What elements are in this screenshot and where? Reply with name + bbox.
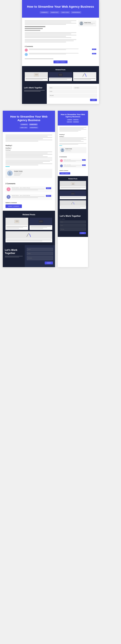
footer-title-tablet: Let's Work Together <box>5 248 23 255</box>
badge-share[interactable]: SHARE POST <box>29 124 38 125</box>
card-title-line <box>25 78 47 79</box>
bio-line <box>14 173 22 174</box>
hero-tablet: How to Streamline Your Web Agency Busine… <box>3 111 55 132</box>
mob-badge-comments[interactable]: COMMENTS <box>67 119 72 120</box>
card-title <box>6 226 27 227</box>
text-line <box>6 158 52 158</box>
related-card[interactable] <box>25 72 48 81</box>
pen-mob <box>71 202 73 204</box>
related-card[interactable] <box>73 72 96 81</box>
badge-comments[interactable]: COMMENTS <box>20 124 28 125</box>
card-line <box>6 227 23 228</box>
text-line <box>25 34 71 34</box>
nav-category[interactable]: #WORDPRESS <box>71 11 81 14</box>
email-mob[interactable] <box>60 224 86 227</box>
related-card[interactable] <box>49 72 72 81</box>
reply-button-2[interactable]: REPLY <box>46 195 51 197</box>
accent-bar <box>6 166 10 167</box>
author-card-tablet: Gurjeet Yuvraj <box>6 169 52 178</box>
text-line <box>59 138 86 138</box>
hero-title-tablet: How to Streamline Your Web Agency Busine… <box>6 115 51 122</box>
mob-badge-share[interactable]: SHARE POST <box>73 119 79 120</box>
card-text-line <box>25 79 43 80</box>
message-input-tab[interactable] <box>27 256 53 260</box>
hero-title: How to Streamline Your Web Agency Busine… <box>26 5 95 9</box>
submit-button[interactable]: SUBMIT <box>90 99 97 101</box>
accent-bar-mob <box>59 146 62 146</box>
heading-text <box>25 26 45 27</box>
card-title-line <box>50 78 71 79</box>
submit-btn-mob[interactable]: SUBMIT COMMENT <box>59 172 70 174</box>
text-line <box>59 138 84 139</box>
submit-mob[interactable]: SUBMIT <box>80 232 86 234</box>
related-title: Related Posts <box>25 69 96 70</box>
text-line <box>59 139 86 140</box>
comments-section: 2 Comments ★ REPLY ★ REPLY SUBMIT COMMEN… <box>22 46 99 66</box>
comment-content <box>29 53 91 55</box>
reply-button[interactable]: REPLY <box>92 53 96 54</box>
related-card-body-1 <box>6 225 28 230</box>
comments-tablet: 2 Comments ★ Nichole Hartzius · June 3, … <box>3 183 55 211</box>
comments-title: 2 Comments <box>25 46 96 47</box>
submit-comment-button[interactable]: SUBMIT COMMENT <box>53 60 68 63</box>
text-line <box>6 154 52 155</box>
nav-share[interactable]: SHARE POST <box>50 11 59 14</box>
related-card-body-2 <box>30 225 52 230</box>
reply-button-1[interactable]: REPLY <box>46 187 51 189</box>
reply-mob-1[interactable]: REPLY <box>82 159 86 161</box>
text-line <box>6 152 52 152</box>
footer-cta-title: Let's Work Together <box>24 86 45 89</box>
related-body-mob-1 <box>60 186 86 190</box>
comments-title-tablet: 2 Comments <box>6 183 52 184</box>
lastname-input[interactable] <box>73 86 97 89</box>
comment-avatar: ★ <box>25 53 28 56</box>
related-card-2[interactable] <box>30 218 52 230</box>
text-line <box>25 35 76 36</box>
submit-tab[interactable]: SUBMIT <box>45 262 53 264</box>
related-card-1[interactable] <box>6 218 28 230</box>
comment-avatar-mob-1 <box>60 159 63 162</box>
card-title-mob <box>60 187 85 188</box>
text-line <box>59 144 78 145</box>
footer-cta-left: Let's Work Together <box>22 84 47 104</box>
name-input-tab[interactable] <box>27 248 53 251</box>
submit-comment-button[interactable]: SUBMIT COMMENT <box>6 204 22 208</box>
pen-icon <box>83 73 85 77</box>
mob-badge-cat[interactable]: #WORDPRESS <box>73 121 79 122</box>
svg-point-1 <box>9 172 11 174</box>
comment-meta-mob-2: Nichole · June 3, 2018 <box>64 164 81 165</box>
name-mob[interactable] <box>60 220 86 223</box>
nav-comments[interactable]: COMMENTS <box>40 11 49 14</box>
desc-line <box>24 91 41 92</box>
email-input[interactable] <box>49 90 97 93</box>
related-img-mob-3 <box>60 200 86 206</box>
msg-mob[interactable] <box>60 228 86 231</box>
reply-mob-2[interactable]: REPLY <box>82 164 86 166</box>
related-posts-tablet: Related Posts <box>3 211 55 245</box>
reply-button[interactable]: REPLY <box>92 48 96 50</box>
text-line <box>59 140 81 141</box>
name-input[interactable] <box>49 86 72 89</box>
submit-comment-area: Submit a Comment SUBMIT COMMENT <box>6 202 52 208</box>
text-line <box>25 20 76 21</box>
text-line <box>25 39 76 40</box>
related-item-mob-1[interactable] <box>60 181 86 190</box>
mob-badge-date[interactable]: JUNE 3, 2018 <box>67 121 72 122</box>
related-item-mob-3[interactable] <box>60 200 86 209</box>
related-item-mob-2[interactable] <box>60 191 86 199</box>
related-card-3[interactable] <box>6 231 52 242</box>
text-line <box>6 155 43 156</box>
comment-line <box>12 196 44 197</box>
badge-category[interactable]: #WORDPRESS <box>29 127 38 128</box>
comment-line <box>12 189 44 189</box>
nav-date[interactable]: JUNE 3, 2018 <box>60 11 70 14</box>
comment-meta-mob-1: Nichole · June 3, 2018 <box>64 159 81 160</box>
badge-date[interactable]: JUNE 3, 2018 <box>20 127 28 128</box>
desc-line <box>24 90 45 90</box>
related-grid <box>25 72 96 81</box>
email-input-tab[interactable] <box>27 252 53 255</box>
message-input[interactable] <box>49 94 97 98</box>
comment-line <box>64 161 76 162</box>
footer-cta-left-tab: Let's Work Together <box>3 245 25 267</box>
related-card-body <box>73 78 96 81</box>
